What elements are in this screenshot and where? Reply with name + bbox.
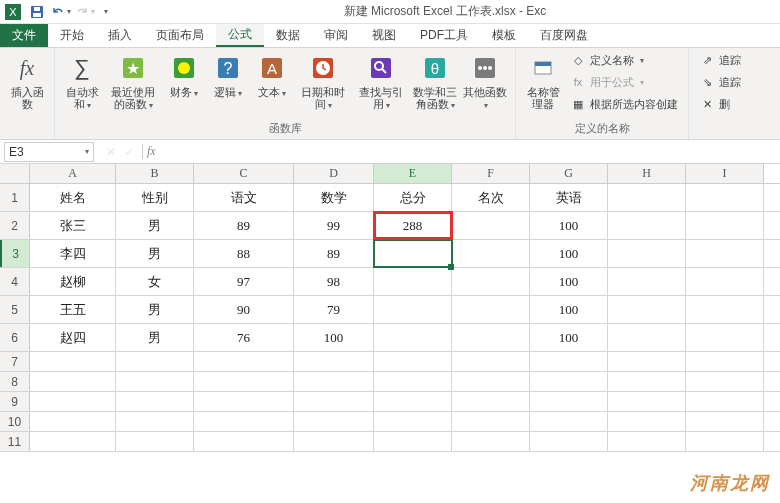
cell-A5[interactable]: 王五 <box>30 296 116 323</box>
cell-H2[interactable] <box>608 212 686 239</box>
cell-D11[interactable] <box>294 432 374 451</box>
cell-I2[interactable] <box>686 212 764 239</box>
cell-F1[interactable]: 名次 <box>452 184 530 211</box>
cell-A3[interactable]: 李四 <box>30 240 116 267</box>
row-header[interactable]: 8 <box>0 372 30 391</box>
tab-layout[interactable]: 页面布局 <box>144 24 216 47</box>
trace-dependents-button[interactable]: ⇘追踪 <box>695 72 745 92</box>
row-header[interactable]: 5 <box>0 296 30 323</box>
cell-H5[interactable] <box>608 296 686 323</box>
cell-D7[interactable] <box>294 352 374 371</box>
name-box[interactable]: E3 ▾ <box>4 142 94 162</box>
excel-icon[interactable]: X <box>2 1 24 23</box>
cell-C11[interactable] <box>194 432 294 451</box>
cell-H3[interactable] <box>608 240 686 267</box>
formula-input[interactable] <box>160 142 780 162</box>
cell-E1[interactable]: 总分 <box>374 184 452 211</box>
cell-F5[interactable] <box>452 296 530 323</box>
create-from-selection-button[interactable]: ▦根据所选内容创建 <box>566 94 682 114</box>
col-header-F[interactable]: F <box>452 164 530 183</box>
cell-D10[interactable] <box>294 412 374 431</box>
cell-H4[interactable] <box>608 268 686 295</box>
row-header[interactable]: 4 <box>0 268 30 295</box>
cell-B8[interactable] <box>116 372 194 391</box>
cell-F3[interactable] <box>452 240 530 267</box>
cell-D4[interactable]: 98 <box>294 268 374 295</box>
cell-F7[interactable] <box>452 352 530 371</box>
cell-D5[interactable]: 79 <box>294 296 374 323</box>
cell-G11[interactable] <box>530 432 608 451</box>
row-header[interactable]: 6 <box>0 324 30 351</box>
cell-E10[interactable] <box>374 412 452 431</box>
tab-home[interactable]: 开始 <box>48 24 96 47</box>
cell-A7[interactable] <box>30 352 116 371</box>
col-header-D[interactable]: D <box>294 164 374 183</box>
cell-A6[interactable]: 赵四 <box>30 324 116 351</box>
row-header[interactable]: 10 <box>0 412 30 431</box>
cell-D3[interactable]: 89 <box>294 240 374 267</box>
cell-I6[interactable] <box>686 324 764 351</box>
cell-I7[interactable] <box>686 352 764 371</box>
recent-functions-button[interactable]: ★ 最近使用的函数▾ <box>105 50 161 114</box>
autosum-button[interactable]: ∑ 自动求和▾ <box>61 50 103 114</box>
cell-H10[interactable] <box>608 412 686 431</box>
cell-H8[interactable] <box>608 372 686 391</box>
cell-G6[interactable]: 100 <box>530 324 608 351</box>
cell-E11[interactable] <box>374 432 452 451</box>
cell-A9[interactable] <box>30 392 116 411</box>
row-header[interactable]: 7 <box>0 352 30 371</box>
cell-D8[interactable] <box>294 372 374 391</box>
cell-B9[interactable] <box>116 392 194 411</box>
cell-E9[interactable] <box>374 392 452 411</box>
cell-C6[interactable]: 76 <box>194 324 294 351</box>
tab-review[interactable]: 审阅 <box>312 24 360 47</box>
dropdown-icon[interactable]: ▾ <box>85 147 89 156</box>
cell-F4[interactable] <box>452 268 530 295</box>
cell-C1[interactable]: 语文 <box>194 184 294 211</box>
cell-B4[interactable]: 女 <box>116 268 194 295</box>
cell-D1[interactable]: 数学 <box>294 184 374 211</box>
select-all-corner[interactable] <box>0 164 30 183</box>
fill-handle[interactable] <box>448 264 454 270</box>
cell-A1[interactable]: 姓名 <box>30 184 116 211</box>
row-header[interactable]: 9 <box>0 392 30 411</box>
tab-formulas[interactable]: 公式 <box>216 24 264 47</box>
col-header-A[interactable]: A <box>30 164 116 183</box>
cell-C9[interactable] <box>194 392 294 411</box>
save-button[interactable] <box>26 1 48 23</box>
accept-icon[interactable]: ✓ <box>124 145 134 159</box>
tab-template[interactable]: 模板 <box>480 24 528 47</box>
cell-E6[interactable] <box>374 324 452 351</box>
cell-C4[interactable]: 97 <box>194 268 294 295</box>
cancel-icon[interactable]: ✕ <box>106 145 116 159</box>
cell-E4[interactable] <box>374 268 452 295</box>
redo-button[interactable]: ▾ <box>74 1 96 23</box>
row-header[interactable]: 11 <box>0 432 30 451</box>
cell-E8[interactable] <box>374 372 452 391</box>
row-header[interactable]: 1 <box>0 184 30 211</box>
cell-A2[interactable]: 张三 <box>30 212 116 239</box>
fx-icon[interactable]: fx <box>142 144 160 159</box>
cell-D2[interactable]: 99 <box>294 212 374 239</box>
cell-C10[interactable] <box>194 412 294 431</box>
col-header-E[interactable]: E <box>374 164 452 183</box>
math-button[interactable]: θ 数学和三角函数▾ <box>411 50 459 114</box>
col-header-C[interactable]: C <box>194 164 294 183</box>
cell-G4[interactable]: 100 <box>530 268 608 295</box>
cell-B11[interactable] <box>116 432 194 451</box>
cell-I5[interactable] <box>686 296 764 323</box>
tab-view[interactable]: 视图 <box>360 24 408 47</box>
cell-E5[interactable] <box>374 296 452 323</box>
tab-file[interactable]: 文件 <box>0 24 48 47</box>
col-header-G[interactable]: G <box>530 164 608 183</box>
cell-G7[interactable] <box>530 352 608 371</box>
cell-F8[interactable] <box>452 372 530 391</box>
cell-G10[interactable] <box>530 412 608 431</box>
lookup-button[interactable]: 查找与引用▾ <box>353 50 409 114</box>
cell-I11[interactable] <box>686 432 764 451</box>
text-button[interactable]: A 文本▾ <box>251 50 293 102</box>
cell-F6[interactable] <box>452 324 530 351</box>
cell-H1[interactable] <box>608 184 686 211</box>
cell-F11[interactable] <box>452 432 530 451</box>
cell-B2[interactable]: 男 <box>116 212 194 239</box>
